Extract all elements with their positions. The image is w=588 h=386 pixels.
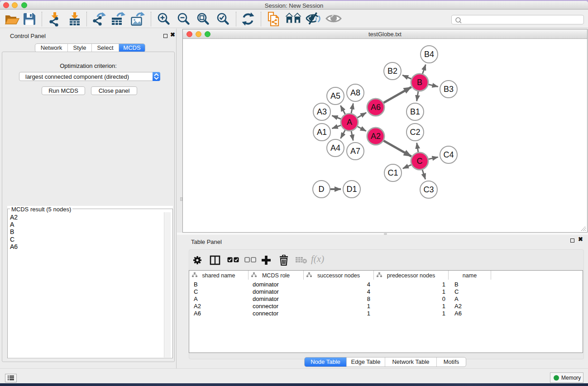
svg-text:B4: B4	[424, 50, 434, 59]
svg-text:A2: A2	[371, 132, 381, 141]
svg-text:C2: C2	[410, 128, 420, 137]
svg-text:B3: B3	[444, 85, 454, 94]
svg-text:D: D	[319, 185, 325, 194]
svg-text:B2: B2	[387, 67, 397, 76]
svg-text:C1: C1	[387, 168, 398, 177]
svg-text:A1: A1	[317, 128, 327, 137]
svg-text:A3: A3	[317, 107, 327, 116]
svg-text:A6: A6	[371, 103, 381, 112]
svg-text:A7: A7	[350, 147, 360, 156]
svg-text:A5: A5	[330, 91, 340, 100]
svg-text:A4: A4	[330, 143, 340, 152]
svg-text:A: A	[347, 118, 352, 127]
svg-text:D1: D1	[346, 185, 357, 194]
svg-text:B1: B1	[410, 107, 420, 116]
svg-text:C: C	[417, 157, 423, 166]
svg-text:B: B	[417, 78, 422, 87]
svg-text:C3: C3	[423, 185, 434, 194]
svg-text:A8: A8	[350, 88, 360, 97]
svg-text:C4: C4	[443, 150, 454, 159]
